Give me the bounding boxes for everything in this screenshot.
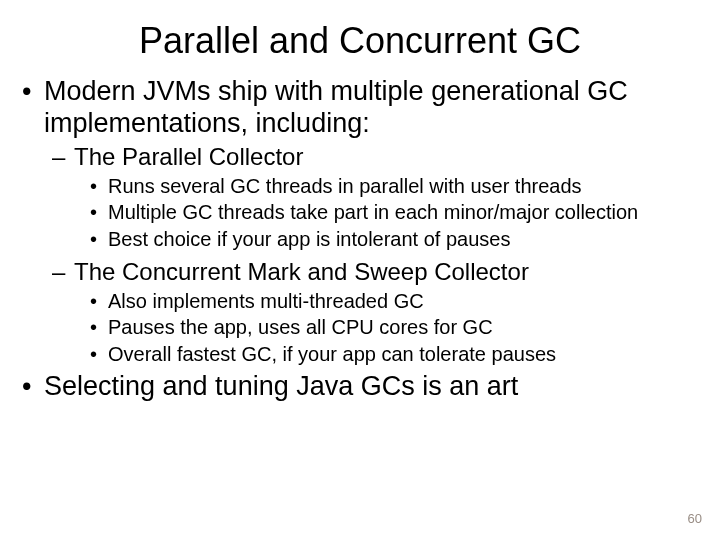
- bullet-lvl3: Multiple GC threads take part in each mi…: [108, 200, 700, 226]
- bullet-sublist: The Parallel Collector Runs several GC t…: [44, 142, 700, 368]
- bullet-text: Pauses the app, uses all CPU cores for G…: [108, 316, 493, 338]
- bullet-text: Modern JVMs ship with multiple generatio…: [44, 76, 628, 138]
- bullet-text: Selecting and tuning Java GCs is an art: [44, 371, 518, 401]
- bullet-lvl2: The Concurrent Mark and Sweep Collector …: [74, 257, 700, 368]
- slide: Parallel and Concurrent GC Modern JVMs s…: [0, 0, 720, 540]
- bullet-lvl2: The Parallel Collector Runs several GC t…: [74, 142, 700, 253]
- bullet-text: Best choice if your app is intolerant of…: [108, 228, 510, 250]
- bullet-lvl3: Runs several GC threads in parallel with…: [108, 174, 700, 200]
- slide-title: Parallel and Concurrent GC: [0, 0, 720, 76]
- bullet-text: Runs several GC threads in parallel with…: [108, 175, 582, 197]
- bullet-text: Overall fastest GC, if your app can tole…: [108, 343, 556, 365]
- bullet-lvl1: Selecting and tuning Java GCs is an art: [44, 371, 700, 403]
- bullet-subsublist: Also implements multi-threaded GC Pauses…: [74, 289, 700, 368]
- bullet-text: The Parallel Collector: [74, 143, 303, 170]
- page-number: 60: [688, 511, 702, 526]
- bullet-text: The Concurrent Mark and Sweep Collector: [74, 258, 529, 285]
- bullet-lvl1: Modern JVMs ship with multiple generatio…: [44, 76, 700, 367]
- bullet-subsublist: Runs several GC threads in parallel with…: [74, 174, 700, 253]
- bullet-lvl3: Pauses the app, uses all CPU cores for G…: [108, 315, 700, 341]
- bullet-lvl3: Best choice if your app is intolerant of…: [108, 227, 700, 253]
- bullet-lvl3: Also implements multi-threaded GC: [108, 289, 700, 315]
- bullet-lvl3: Overall fastest GC, if your app can tole…: [108, 342, 700, 368]
- bullet-list: Modern JVMs ship with multiple generatio…: [0, 76, 720, 403]
- bullet-text: Multiple GC threads take part in each mi…: [108, 201, 638, 223]
- bullet-text: Also implements multi-threaded GC: [108, 290, 424, 312]
